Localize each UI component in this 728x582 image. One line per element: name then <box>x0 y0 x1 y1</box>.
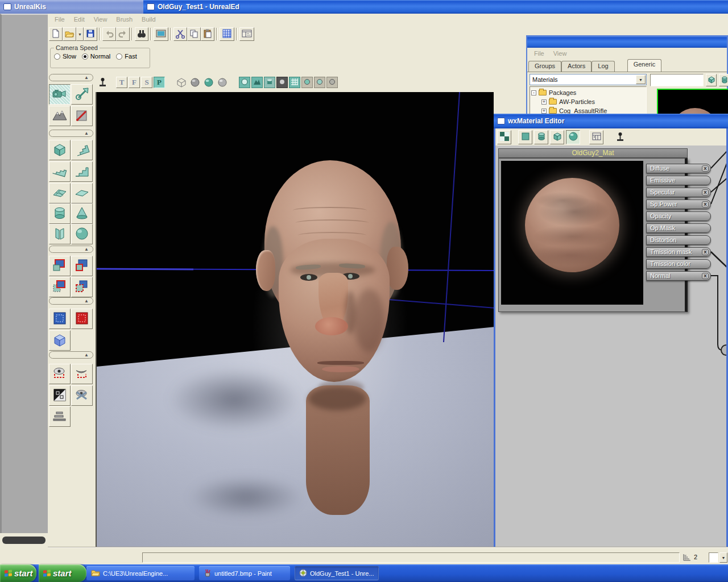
volumetric-brush-button[interactable] <box>49 224 71 244</box>
show-flag-c-button[interactable] <box>326 77 338 88</box>
sphere-brush-button[interactable] <box>71 224 93 244</box>
lit-mode-button[interactable] <box>202 76 215 89</box>
copy-button[interactable] <box>187 27 201 41</box>
show-grid-button[interactable] <box>289 77 300 88</box>
show-flag-a-button[interactable] <box>301 77 313 88</box>
taskbar-item-paint[interactable]: untitled7.bmp - Paint <box>199 566 290 580</box>
menu-brush[interactable]: Brush <box>111 15 137 24</box>
csg-add-button[interactable] <box>49 256 71 276</box>
teal-cube-button-2[interactable] <box>719 74 728 86</box>
menu-build[interactable]: Build <box>137 15 160 24</box>
add-volume-button[interactable] <box>49 330 71 351</box>
show-fog-button[interactable] <box>264 77 275 88</box>
material-editor-canvas[interactable]: OldGuy2_Mat DiffuseX Emissive SpecularX … <box>495 146 726 547</box>
gb-menu-view[interactable]: View <box>549 49 572 58</box>
cut-button[interactable] <box>173 27 187 41</box>
background-checker-button[interactable] <box>497 130 511 144</box>
csg-deintersect-button[interactable] <box>71 277 93 297</box>
palette-section-header[interactable]: ▲ <box>49 297 93 305</box>
csg-subtract-button[interactable] <box>71 256 93 276</box>
camera-speed-slow-radio[interactable] <box>54 53 60 60</box>
kismet-titlebar[interactable]: UnrealKis <box>0 0 143 14</box>
sphere-preview-button[interactable] <box>566 130 580 144</box>
texture-browser-button[interactable] <box>220 27 234 41</box>
channel-clear-button[interactable]: X <box>702 165 709 172</box>
tab-actors[interactable]: Actors <box>561 61 592 72</box>
undo-button[interactable] <box>102 27 116 41</box>
channel-op-mask[interactable]: Op.Mask <box>646 223 711 233</box>
top-view-button[interactable]: T <box>116 77 127 88</box>
channel-diffuse[interactable]: DiffuseX <box>646 164 711 173</box>
tree-item-aw-particles[interactable]: + AW-Particles <box>531 97 645 106</box>
find-actor-button[interactable] <box>135 27 148 41</box>
realtime-preview-button[interactable] <box>589 130 603 144</box>
channel-emissive[interactable]: Emissive <box>646 176 711 185</box>
camera-speed-fast-radio[interactable] <box>116 53 122 60</box>
start-button-2[interactable]: start <box>39 564 86 582</box>
add-antiportal-button[interactable] <box>71 309 93 329</box>
material-node-header[interactable]: OldGuy2_Mat <box>498 148 688 158</box>
channel-clear-button[interactable]: X <box>702 273 709 279</box>
show-all-button[interactable] <box>71 385 93 406</box>
terrain-mode-button[interactable] <box>49 106 71 126</box>
channel-clear-button[interactable]: X <box>702 249 709 255</box>
wireframe-mode-button[interactable] <box>175 76 188 89</box>
cylinder-preview-button[interactable] <box>534 130 548 144</box>
dropdown-arrow-button[interactable]: ▼ <box>636 75 646 84</box>
material-filter-input[interactable] <box>650 74 704 86</box>
camera-mode-button[interactable] <box>49 84 71 105</box>
gb-menu-file[interactable]: File <box>530 49 549 58</box>
palette-section-header[interactable]: ▲ <box>49 74 93 81</box>
plane-preview-button[interactable] <box>518 130 532 144</box>
channel-clear-button[interactable]: X <box>702 201 709 207</box>
tree-collapse-toggle[interactable]: - <box>531 90 536 95</box>
tab-generic[interactable]: Generic <box>627 59 662 72</box>
camera-speed-normal-radio[interactable] <box>82 53 88 60</box>
fullscreen-button[interactable] <box>154 27 168 41</box>
tree-expand-toggle[interactable]: + <box>541 109 547 114</box>
tree-item-packages[interactable]: - Packages <box>531 88 645 97</box>
menu-edit[interactable]: Edit <box>69 15 89 24</box>
sheet-brush-button[interactable] <box>71 183 93 203</box>
lock-viewport-button[interactable] <box>96 76 109 89</box>
tessellated-sheet-brush-button[interactable] <box>49 183 71 203</box>
cube-brush-button[interactable] <box>49 140 71 160</box>
main-titlebar[interactable]: OldGuy_Test1 - UnrealEd <box>143 0 728 14</box>
cube-preview-button[interactable] <box>550 130 564 144</box>
curved-staircase-brush-button[interactable] <box>71 140 93 160</box>
show-brushes-button[interactable] <box>239 77 250 88</box>
side-view-button[interactable]: S <box>141 77 152 88</box>
open-file-button[interactable] <box>63 27 76 41</box>
kismet-scrollbar-thumb[interactable] <box>2 537 46 544</box>
show-unknown-button[interactable] <box>276 77 288 88</box>
menu-view[interactable]: View <box>89 15 112 24</box>
menu-file[interactable]: File <box>50 15 69 24</box>
add-special-brush-button[interactable] <box>49 309 71 329</box>
cone-brush-button[interactable] <box>71 203 93 224</box>
show-selected-button[interactable] <box>49 364 71 384</box>
show-flag-b-button[interactable] <box>314 77 325 88</box>
palette-section-header[interactable]: ▲ <box>49 130 93 137</box>
save-button[interactable] <box>84 27 97 41</box>
align-button[interactable] <box>49 406 71 427</box>
channel-specular[interactable]: SpecularX <box>646 188 711 197</box>
paste-button[interactable] <box>201 27 214 41</box>
resource-type-dropdown[interactable]: Materials ▼ <box>530 74 647 85</box>
redo-button[interactable] <box>116 27 130 41</box>
unlit-mode-button[interactable] <box>189 76 201 89</box>
actor-properties-button[interactable] <box>239 27 254 41</box>
front-view-button[interactable]: F <box>129 77 140 88</box>
taskbar-item-explorer[interactable]: C:\UE3\UnrealEngine... <box>86 566 195 580</box>
teal-cube-button-1[interactable] <box>706 74 717 86</box>
csg-intersect-button[interactable] <box>49 277 71 297</box>
geometry-mode-button[interactable] <box>71 106 93 126</box>
staircase-brush-button[interactable] <box>71 161 93 182</box>
show-terrain-button[interactable] <box>251 77 263 88</box>
channel-clear-button[interactable]: X <box>702 189 709 196</box>
translate-mode-button[interactable] <box>71 84 93 105</box>
perspective-viewport[interactable] <box>96 92 494 547</box>
grid-snap-checkbox[interactable] <box>709 552 718 563</box>
channel-tmission-mask[interactable]: Tmission maskX <box>646 247 711 257</box>
channel-sp-power[interactable]: Sp.PowerX <box>646 199 711 209</box>
channel-opacity[interactable]: Opacity <box>646 211 711 221</box>
